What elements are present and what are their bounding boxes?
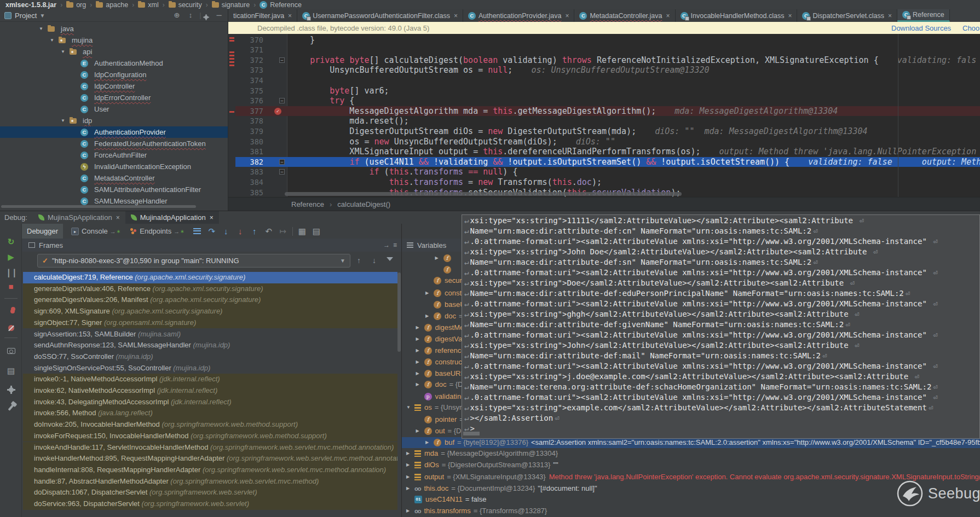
line-number[interactable]: 378 (228, 116, 263, 126)
tab-debugger[interactable]: Debugger (22, 224, 63, 239)
sidebar-item-AuthenticationMethod[interactable]: EAuthenticationMethod (0, 57, 228, 69)
tree-arrow-icon[interactable]: ▶ (416, 426, 421, 437)
fold-icon[interactable]: − (279, 169, 285, 175)
tab-UsernamePasswordAuthenticationFilter.class[interactable]: CUsernamePasswordAuthenticationFilter.cl… (297, 9, 463, 22)
sidebar-item-SAMLAttributeAuthenticationFilter[interactable]: CSAMLAttributeAuthenticationFilter (0, 184, 228, 195)
tree-arrow-icon[interactable]: ▶ (416, 368, 421, 379)
variable-row-this.doc[interactable]: ▶oothis.doc= {DocumentImpl@13234}"[#docu… (406, 483, 597, 494)
code-line-376[interactable]: 376− try { (228, 96, 980, 106)
step-out-icon[interactable]: ↑ (247, 226, 262, 236)
tab-DispatcherServlet.class[interactable]: CDispatcherServlet.class× (797, 9, 897, 22)
tree-arrow-icon[interactable]: ▶ (425, 437, 430, 448)
tree-arrow-icon[interactable]: ▶ (406, 448, 411, 459)
stack-frame-row[interactable]: sendAuthnResponse:123, SAMLMessageHandle… (23, 340, 397, 351)
choose-sources-link[interactable]: Choose Sources… (962, 24, 980, 32)
breakpoint-icon[interactable]: ✓ (274, 108, 281, 115)
variable-row-output[interactable]: ▶output= {XMLSignatureInput@13343}Method… (406, 472, 980, 483)
tree-arrow-icon[interactable]: ▼ (38, 26, 44, 31)
variable-row-mda[interactable]: ▶mda= {MessageDigestAlgorithm@13304} (406, 448, 558, 459)
breadcrumb-segment[interactable]: security (169, 1, 202, 9)
tab-endpoints[interactable]: Endpoints →∗ (125, 224, 189, 239)
variable-row-baseURI[interactable]: ▶fbaseURI (416, 368, 463, 379)
fold-icon[interactable]: − (279, 159, 285, 165)
tree-arrow-icon[interactable]: ▶ (416, 345, 421, 356)
breadcrumb-segment[interactable]: xml (138, 1, 158, 9)
tree-arrow-icon[interactable]: ▶ (416, 334, 421, 345)
tree-arrow-icon[interactable]: ▶ (416, 379, 421, 390)
code-line-371[interactable]: 371 (228, 45, 980, 55)
stack-frame-row[interactable]: invoke:566, Method (java.lang.reflect) (23, 408, 397, 419)
debug-tab-MujinaIdpApplication[interactable]: MujinaIdpApplication× (125, 211, 219, 224)
sidebar-item-idp[interactable]: ▼idp (0, 115, 228, 126)
fold-icon[interactable]: − (279, 98, 285, 103)
line-number[interactable]: 376 (228, 96, 263, 106)
view-breakpoints-icon[interactable] (0, 306, 22, 315)
breadcrumb-class[interactable]: Reference (291, 200, 324, 208)
evaluate-expression-icon[interactable]: ▦ (295, 226, 309, 236)
tab-MetadataController.java[interactable]: CMetadataController.java× (574, 9, 675, 22)
thread-dropdown[interactable]: ✓ "http-nio-8080-exec-3"@10,590 in group… (37, 254, 350, 268)
rerun-icon[interactable]: ↻ (0, 237, 22, 247)
stack-frame-row[interactable]: invokeAndHandle:117, ServletInvocableHan… (23, 442, 397, 454)
stack-frame-row[interactable]: generateDigestValue:406, Reference (org.… (23, 283, 397, 295)
variable-row-doc[interactable]: ▶fdoc= {D (416, 379, 463, 390)
scrollbar-horizontal[interactable] (285, 192, 682, 196)
line-number[interactable]: 381 (228, 147, 263, 157)
tab-Reference[interactable]: CReference (897, 9, 950, 22)
code-line-377[interactable]: 377✓ MessageDigestAlgorithm mda = this.g… (228, 106, 980, 117)
sidebar-item-mujina[interactable]: ▼mujina (0, 34, 228, 46)
project-title[interactable]: Project (15, 11, 37, 20)
force-step-into-icon[interactable]: ↓ (233, 226, 247, 236)
tree-arrow-icon[interactable]: ▶ (406, 506, 411, 516)
sidebar-item-IdpErrorController[interactable]: CIdpErrorController (0, 92, 228, 103)
view-options-icon[interactable] (193, 228, 201, 234)
stop-icon[interactable]: ■ (0, 282, 22, 291)
tree-arrow-icon[interactable]: ▶ (435, 253, 440, 264)
line-number[interactable]: 385 (228, 188, 263, 197)
filter-icon[interactable] (387, 257, 393, 261)
fold-icon[interactable]: − (279, 57, 285, 63)
scrollbar-horizontal[interactable] (1, 205, 196, 208)
stack-frame-row[interactable]: handle:87, AbstractHandlerMethodAdapter … (23, 476, 397, 487)
line-number[interactable]: 380 (228, 137, 263, 147)
tree-arrow-icon[interactable]: ▼ (60, 49, 66, 54)
variable-row-this.transforms[interactable]: ▶oothis.transforms= {Transforms@13287} (406, 506, 547, 516)
variable-row-constr[interactable]: ▶fconstr (425, 288, 464, 299)
step-into-icon[interactable]: ↓ (219, 226, 233, 236)
variable-row-out[interactable]: ▶fout= {Di (416, 426, 463, 437)
download-sources-link[interactable]: Download Sources (891, 24, 951, 32)
code-line-375[interactable]: 375 byte[] var6; (228, 86, 980, 96)
code-line-383[interactable]: 383− if (this.transforms == null) { (228, 167, 980, 177)
stack-frame-row[interactable]: handleInternal:808, RequestMappingHandle… (23, 464, 397, 476)
code-line-384[interactable]: 384 this.transforms = new Transforms(thi… (228, 177, 980, 188)
tab-AuthenticationProvider.java[interactable]: CAuthenticationProvider.java× (463, 9, 575, 22)
breadcrumb-method[interactable]: calculateDigest() (337, 200, 390, 208)
drop-frame-icon[interactable]: ↶ (262, 226, 276, 236)
locate-icon[interactable]: ⊕ (172, 11, 181, 19)
tree-arrow-icon[interactable]: ▼ (60, 118, 66, 123)
close-icon[interactable]: × (565, 12, 569, 20)
breadcrumb-segment[interactable]: org (66, 1, 86, 9)
code-line-374[interactable]: 374 (228, 75, 980, 86)
variable-row-diOs[interactable]: ▶diOs= {DigesterOutputStream@13313}"" (406, 460, 558, 470)
code-line-373[interactable]: 373 UnsyncBufferedOutputStream os = null… (228, 65, 980, 75)
breadcrumb-segment[interactable]: xmlsec-1.5.8.jar (5, 1, 56, 9)
variable-row-secure[interactable]: fsecure (425, 275, 466, 286)
line-number[interactable]: 375 (228, 86, 263, 96)
code-line-378[interactable]: 378 mda.reset(); (228, 116, 980, 126)
stack-frame-row[interactable]: invoke:43, DelegatingMethodAccessorImpl … (23, 397, 397, 408)
sidebar-item-IdpController[interactable]: CIdpController (0, 80, 228, 92)
code-line-372[interactable]: 372− private byte[] calculateDigest(bool… (228, 55, 980, 66)
show-execution-point-icon[interactable]: ▤ (309, 226, 324, 236)
breadcrumb-segment[interactable]: apache (96, 1, 128, 9)
line-number[interactable]: 382 (228, 157, 263, 167)
sidebar-item-FederatedUserAuthenticationToken[interactable]: CFederatedUserAuthenticationToken (0, 138, 228, 149)
line-number[interactable]: 372 (228, 55, 263, 66)
close-icon[interactable]: × (666, 12, 670, 20)
code-line-381[interactable]: 381 XMLSignatureInput output = this.dere… (228, 147, 980, 157)
variable-row[interactable]: f (435, 264, 454, 275)
collapse-all-icon[interactable]: ↕ (186, 11, 195, 19)
stack-frame-row[interactable]: signObject:77, Signer (org.opensaml.xml.… (23, 317, 397, 329)
tree-arrow-icon[interactable]: ▶ (406, 460, 411, 470)
variable-row-baseU[interactable]: fbaseU (425, 299, 465, 310)
